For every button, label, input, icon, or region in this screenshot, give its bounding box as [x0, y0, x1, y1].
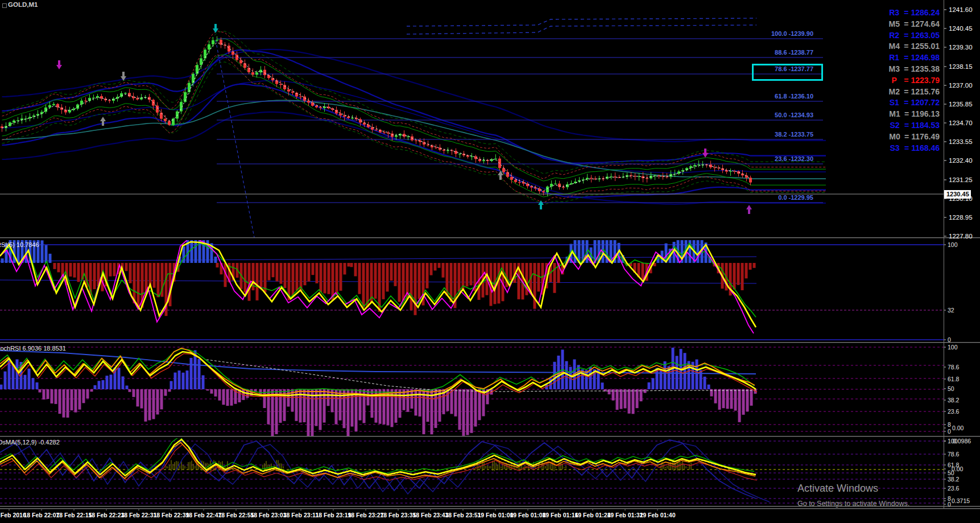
- histogram-bar: [391, 134, 394, 137]
- histogram-bar: [319, 108, 322, 108]
- time-axis-label[interactable]: 19 Feb 01:40: [639, 512, 675, 518]
- histogram-bar: [96, 96, 99, 98]
- time-axis-label[interactable]: 18 Feb 23:03: [250, 512, 286, 518]
- histogram-bar: [172, 118, 175, 125]
- time-axis-label[interactable]: 18 Feb 2016: [0, 512, 26, 518]
- pivot-equals: =: [904, 121, 909, 130]
- stoch-panel[interactable]: [0, 347, 944, 440]
- time-axis-label[interactable]: 18 Feb 22:31: [121, 512, 156, 518]
- histogram-bar: [443, 150, 445, 151]
- series-line: [2, 31, 826, 179]
- pivot-label: M3: [887, 64, 902, 73]
- histogram-bar: [458, 154, 461, 154]
- histogram-bar: [80, 101, 83, 105]
- time-axis-label[interactable]: 18 Feb 23:35: [380, 512, 416, 518]
- time-axis-label[interactable]: 18 Feb 23:43: [412, 512, 448, 518]
- time-axis-label[interactable]: 18 Feb 23:11: [283, 512, 319, 518]
- histogram-bar: [462, 389, 465, 436]
- stoch-axis-label: 0.00: [952, 425, 964, 431]
- histogram-bar: [268, 263, 271, 281]
- histogram-bar: [375, 130, 378, 130]
- price-axis-label: 1233.55: [949, 138, 973, 145]
- pivot-equals: =: [904, 42, 908, 51]
- histogram-bar: [129, 389, 131, 392]
- time-axis-label[interactable]: 18 Feb 22:15: [56, 512, 92, 518]
- time-axis-label[interactable]: 18 Feb 23:51: [445, 512, 481, 518]
- histogram-bar: [78, 389, 81, 410]
- histogram-bar: [52, 104, 55, 105]
- histogram-bar: [324, 263, 326, 294]
- time-axis-label[interactable]: 18 Feb 22:39: [153, 512, 189, 518]
- time-axis-label[interactable]: 19 Feb 01:00: [477, 512, 513, 518]
- price-axis-label: 1237.00: [949, 82, 973, 89]
- histogram-bar: [558, 184, 561, 187]
- osma-axis-label: 78.6: [948, 451, 959, 458]
- histogram-bar: [415, 389, 417, 415]
- histogram-bar: [118, 368, 121, 389]
- histogram-bar: [41, 240, 44, 263]
- histogram-bar: [133, 263, 136, 303]
- pivot-level-row: M5=1274.64: [887, 19, 940, 28]
- histogram-bar: [446, 389, 449, 411]
- histogram-bar: [129, 263, 132, 283]
- rsi-panel[interactable]: [0, 216, 944, 340]
- pivot-label: M0: [887, 132, 902, 141]
- time-axis-label[interactable]: 18 Feb 22:23: [88, 512, 124, 518]
- histogram-bar: [222, 389, 225, 405]
- histogram-bar: [137, 263, 140, 308]
- histogram-bar: [200, 58, 202, 65]
- histogram-bar: [526, 184, 529, 187]
- histogram-bar: [206, 234, 209, 263]
- histogram-bar: [160, 113, 163, 119]
- pivot-value: 1246.98: [911, 53, 940, 62]
- histogram-bar: [636, 389, 639, 408]
- time-axis-label[interactable]: 19 Feb 01:24: [574, 512, 610, 518]
- time-axis-label[interactable]: 19 Feb 01:08: [510, 512, 545, 518]
- histogram-bar: [260, 263, 263, 287]
- histogram-bar: [390, 263, 393, 281]
- histogram-bar: [328, 263, 330, 294]
- histogram-bar: [423, 142, 425, 145]
- fib-level-label: 88.6 -1238.77: [775, 49, 813, 56]
- histogram-bar: [182, 373, 185, 389]
- stoch-axis-label: 8: [948, 421, 951, 428]
- histogram-bar: [126, 385, 129, 389]
- histogram-bar: [648, 382, 651, 389]
- time-axis-label[interactable]: 18 Feb 23:19: [315, 512, 351, 518]
- pivot-label: M4: [887, 42, 902, 51]
- histogram-bar: [287, 89, 290, 92]
- panel-separator: [0, 508, 980, 509]
- histogram-bar: [518, 182, 521, 183]
- histogram-bar: [478, 389, 481, 420]
- time-axis-label[interactable]: 18 Feb 22:07: [23, 512, 59, 518]
- stoch-axis-label: 61.8: [948, 376, 959, 382]
- histogram-bar: [510, 263, 512, 281]
- pivot-label: S1: [887, 98, 902, 107]
- osma-axis-label: 0: [948, 501, 951, 508]
- histogram-bar: [106, 376, 109, 389]
- histogram-bar: [59, 389, 61, 414]
- histogram-bar: [534, 187, 537, 188]
- histogram-bar: [415, 141, 417, 141]
- histogram-bar: [299, 96, 302, 97]
- time-axis-label[interactable]: 18 Feb 23:27: [348, 512, 383, 518]
- histogram-bar: [697, 164, 700, 165]
- histogram-bar: [348, 263, 350, 266]
- chart-canvas[interactable]: [0, 0, 980, 523]
- time-axis-label[interactable]: 19 Feb 01:32: [607, 512, 643, 518]
- histogram-bar: [350, 263, 353, 267]
- histogram-bar: [371, 389, 374, 418]
- chart-symbol-icon: [2, 3, 7, 8]
- histogram-bar: [339, 113, 342, 115]
- time-axis-label[interactable]: 19 Feb 01:16: [542, 512, 578, 518]
- time-axis-label[interactable]: 18 Feb 22:47: [185, 512, 221, 518]
- histogram-bar: [308, 263, 311, 282]
- pivot-label: M5: [887, 19, 902, 28]
- pivot-level-row: M2=1215.76: [887, 87, 940, 96]
- fib-level-label: 23.6 -1232.30: [775, 155, 813, 162]
- histogram-bar: [586, 178, 589, 180]
- time-axis-label[interactable]: 18 Feb 22:55: [218, 512, 254, 518]
- histogram-bar: [474, 389, 477, 427]
- histogram-bar: [664, 361, 667, 389]
- histogram-bar: [160, 389, 163, 409]
